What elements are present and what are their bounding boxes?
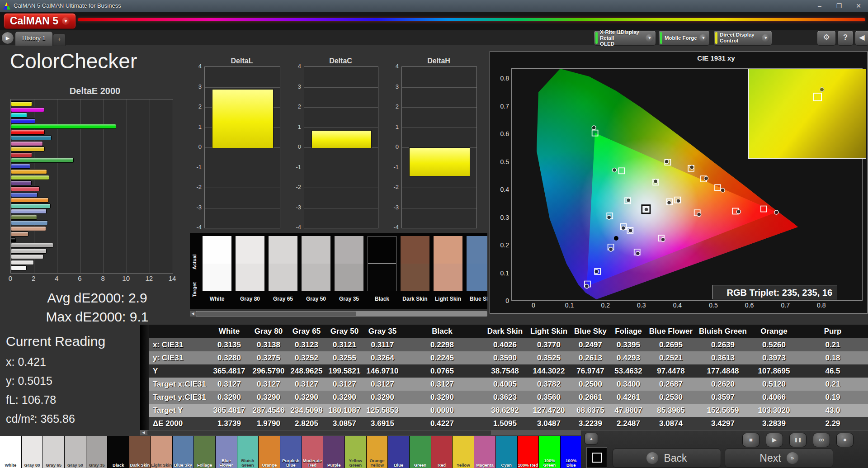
avg-de2000-label: Avg dE2000: 2.9	[14, 290, 181, 306]
cell: 0.4026	[483, 338, 527, 351]
pause-button[interactable]: ❚❚	[789, 433, 807, 447]
target-swatch	[236, 264, 264, 291]
row-label: Target x:CIE31	[149, 378, 209, 391]
patch-chip-purplish-blue[interactable]: Purplish Blue	[280, 436, 302, 468]
patch-chip-label: Cyan	[496, 463, 517, 468]
row-handle[interactable]	[140, 338, 149, 351]
patch-chip-moderate-red[interactable]: Moderate Red	[302, 436, 324, 468]
cell: 103.3020	[750, 404, 797, 417]
layout-nav-button[interactable]: ▶	[1, 32, 14, 44]
cell: 2.29	[797, 417, 868, 430]
gridline	[304, 168, 378, 168]
cell: 0.0000	[401, 404, 483, 417]
patch-chip-magenta[interactable]: Magenta	[474, 436, 496, 468]
scroll-left-icon[interactable]: ◀	[141, 430, 146, 435]
patch-chip-gray-50[interactable]: Gray 50	[65, 436, 86, 468]
row-handle[interactable]	[140, 404, 149, 417]
row-handle[interactable]	[140, 351, 149, 364]
patch-chip-bluish-green[interactable]: Bluish Green	[237, 436, 259, 468]
de-bar-blue-flower	[11, 209, 47, 214]
source-status-indicator	[660, 32, 662, 44]
patch-chip-cyan[interactable]: Cyan	[496, 436, 518, 468]
gridline	[205, 168, 280, 168]
gridline	[304, 188, 378, 188]
scroll-up-button[interactable]: ▲	[585, 433, 598, 444]
patch-chip-label: Magenta	[474, 463, 495, 468]
play-button[interactable]: ▶	[766, 433, 783, 447]
patch-chip-gray-35[interactable]: Gray 35	[86, 436, 108, 468]
cie-y-tick-label: 0.4	[494, 186, 509, 193]
source-dropdown[interactable]: Mobile Forge ▼	[658, 30, 710, 46]
scrollbar-thumb[interactable]	[196, 312, 356, 316]
max-de2000-label: Max dE2000: 9.1	[14, 309, 181, 325]
patch-chip-purple[interactable]: Purple	[323, 436, 345, 468]
row-handle[interactable]	[140, 417, 149, 430]
capture-button[interactable]: ⏺	[836, 433, 854, 447]
scrollbar-thumb[interactable]	[147, 430, 491, 435]
row-handle[interactable]	[140, 364, 149, 378]
cie-x-tick-label: 0.1	[561, 302, 579, 309]
stop-button[interactable]: ■	[742, 433, 760, 447]
patch-chip-label: Dark Skin	[129, 463, 151, 468]
meter-dropdown[interactable]: X-Rite i1Display RetailOLED ▼	[594, 30, 656, 46]
current-reading-x: x: 0.421	[6, 355, 46, 369]
patch-chip-label: Moderate Red	[302, 459, 323, 468]
row-handle[interactable]	[140, 391, 149, 404]
patch-chip-100-green[interactable]: 100% Green	[539, 436, 561, 468]
patch-chip-yellow-green[interactable]: Yellow Green	[345, 436, 367, 468]
de-bar-100-magenta	[11, 107, 44, 112]
patch-chip-blue-flower[interactable]: Blue Flower	[216, 436, 237, 468]
cell: 199.5821	[326, 364, 363, 378]
patch-chip-label: 100% Blue	[561, 459, 582, 468]
help-button[interactable]: ?	[837, 30, 854, 46]
patch-chip-blue-sky[interactable]: Blue Sky	[173, 436, 194, 468]
add-tab-button[interactable]: +	[53, 33, 66, 46]
patch-chip-100-blue[interactable]: 100% Blue	[561, 436, 582, 468]
patch-chip-orange-yellow[interactable]: Orange Yellow	[367, 436, 388, 468]
patch-chip-gray-80[interactable]: Gray 80	[22, 436, 43, 468]
display-control-dropdown[interactable]: Direct Display Control ▼	[713, 30, 772, 46]
swatch-strip-scrollbar[interactable]: ◀	[190, 311, 487, 317]
patch-chip-white[interactable]: White	[0, 436, 22, 468]
chart-title-deltal: DeltaL	[195, 57, 288, 65]
back-button[interactable]: « Back	[613, 449, 721, 468]
row-handle[interactable]	[140, 378, 149, 391]
column-header-purp: Purp	[797, 325, 868, 338]
next-button[interactable]: Next »	[725, 449, 833, 468]
patch-chip-yellow[interactable]: Yellow	[453, 436, 474, 468]
patch-chip-foliage[interactable]: Foliage	[194, 436, 216, 468]
cell: 1.3739	[209, 417, 250, 430]
settings-button[interactable]: ⚙	[817, 30, 836, 46]
patch-chip-label: Foliage	[194, 463, 215, 468]
collapse-panel-button[interactable]: ◀	[855, 30, 868, 46]
patch-chip-orange[interactable]: Orange	[259, 436, 280, 468]
calman-menu-button[interactable]: CalMAN 5 ▼	[4, 13, 76, 29]
patch-chip-dark-skin[interactable]: Dark Skin	[129, 436, 151, 468]
patch-chip-green[interactable]: Green	[410, 436, 431, 468]
patch-chip-black[interactable]: Black	[108, 436, 129, 468]
cell: 0.4293	[610, 351, 646, 364]
restore-button[interactable]: ❐	[831, 1, 847, 11]
cell: 0.3127	[363, 378, 401, 391]
gridline	[304, 107, 378, 108]
patch-chip-100-red[interactable]: 100% Red	[518, 436, 539, 468]
cie-y-tick-label: 0.3	[494, 214, 509, 221]
y-axis-tick-label: 3	[290, 83, 301, 90]
patch-chip-blue[interactable]: Blue	[388, 436, 410, 468]
record-icon: ⏺	[844, 436, 847, 443]
cell: 0.2661	[571, 391, 610, 404]
patch-chip-gray-65[interactable]: Gray 65	[43, 436, 65, 468]
patch-chip-light-skin[interactable]: Light Skin	[151, 436, 173, 468]
column-header-gray-35: Gray 35	[363, 325, 401, 338]
tab-history-1[interactable]: History 1	[15, 31, 53, 46]
patch-chip-red[interactable]: Red	[431, 436, 453, 468]
play-icon: ▶	[772, 436, 777, 443]
current-reading-fl: fL: 106.78	[6, 393, 56, 407]
close-button[interactable]: ✕	[850, 1, 867, 11]
continuous-measure-button[interactable]: ∞	[813, 433, 830, 447]
chart-title-deltah: DeltaH	[392, 57, 485, 65]
gridline	[127, 99, 127, 273]
scroll-left-icon[interactable]: ◀	[190, 311, 196, 317]
cell: 0.3127	[401, 378, 483, 391]
minimize-button[interactable]: –	[811, 1, 828, 11]
